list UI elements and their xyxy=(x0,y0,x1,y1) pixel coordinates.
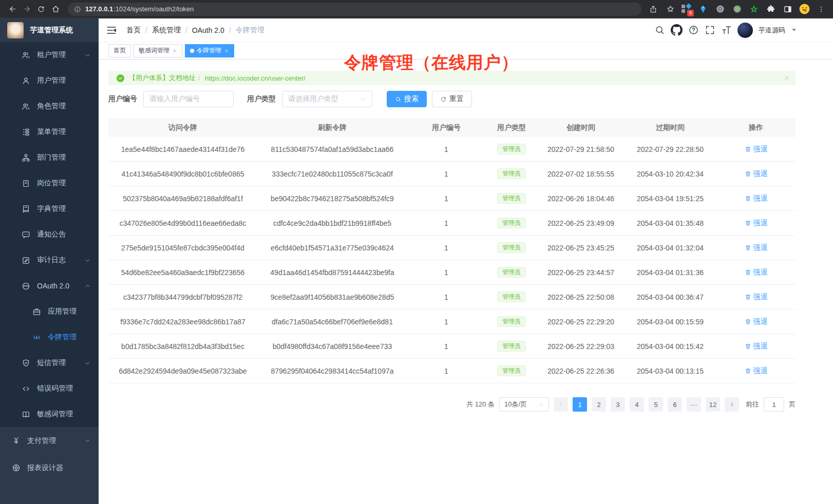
prev-page-button[interactable] xyxy=(554,397,568,412)
search-icon[interactable] xyxy=(654,25,665,35)
pagination-more-button[interactable]: ··· xyxy=(687,397,701,412)
home-icon[interactable] xyxy=(48,2,63,16)
sidebar-item-4[interactable]: 部门管理 xyxy=(0,145,99,170)
sidebar-item-1[interactable]: 用户管理 xyxy=(0,68,99,93)
chevron-down-icon[interactable] xyxy=(792,29,796,31)
bookmark-star-icon[interactable] xyxy=(664,2,677,16)
cell-user_id: 1 xyxy=(407,268,485,277)
tab-home[interactable]: 首页 xyxy=(108,44,131,57)
sidebar-item-7[interactable]: 通知公告 xyxy=(0,222,99,247)
page-unit: 页 xyxy=(789,400,796,409)
user-avatar[interactable] xyxy=(737,23,753,38)
share-icon[interactable] xyxy=(647,2,660,16)
sidebar-item-15[interactable]: 支付管理 xyxy=(0,427,99,454)
gem-extension-icon[interactable] xyxy=(696,2,710,16)
pagination-page-6[interactable]: 6 xyxy=(668,397,682,412)
sidebar-item-8[interactable]: 审计日志 xyxy=(0,247,99,273)
force-logout-button[interactable]: 强退 xyxy=(745,169,768,179)
side-panel-icon[interactable] xyxy=(781,2,794,16)
trash-icon xyxy=(745,244,751,251)
cell-refresh_token: cdfc4ce9c2da4bb1bdf21b9918ff4be5 xyxy=(257,219,407,227)
close-icon[interactable] xyxy=(172,48,177,53)
trash-icon xyxy=(745,195,751,202)
sidebar-item-11[interactable]: 令牌管理 xyxy=(0,324,99,350)
trash-icon xyxy=(745,343,751,350)
table-row: 1ea5e44f8bc1467aaede43144f31de76811c5304… xyxy=(108,137,796,162)
sidebar-item-5[interactable]: 岗位管理 xyxy=(0,170,99,196)
user-type-badge: 管理员 xyxy=(497,267,526,278)
alert-close-icon[interactable] xyxy=(784,75,790,81)
pagination-page-5[interactable]: 5 xyxy=(649,397,663,412)
goto-page-input[interactable]: 1 xyxy=(764,397,784,412)
extension-cluster-icon[interactable]: 9 xyxy=(680,3,693,15)
error-code-icon xyxy=(22,384,30,393)
force-logout-button[interactable]: 强退 xyxy=(745,219,768,228)
fullscreen-icon[interactable] xyxy=(705,25,715,35)
tab-token-management[interactable]: 令牌管理 xyxy=(185,44,234,57)
force-logout-button[interactable]: 强退 xyxy=(745,194,768,203)
sidebar-item-12[interactable]: 短信管理 xyxy=(0,350,99,376)
breadcrumb-system[interactable]: 系统管理 xyxy=(152,26,181,35)
sidebar-toggle-icon[interactable] xyxy=(106,25,117,36)
font-size-icon[interactable] xyxy=(721,25,732,35)
force-logout-button[interactable]: 强退 xyxy=(745,342,768,351)
search-button[interactable]: 搜索 xyxy=(387,91,427,107)
cell-action: 强退 xyxy=(716,366,796,376)
sidebar-item-6[interactable]: 字典管理 xyxy=(0,196,99,222)
pagination-page-2[interactable]: 2 xyxy=(592,397,606,412)
profile-avatar-emoji[interactable] xyxy=(798,3,811,15)
next-page-button[interactable] xyxy=(725,397,739,412)
kebab-menu-icon[interactable] xyxy=(815,2,828,16)
breadcrumb-separator: / xyxy=(229,26,231,34)
force-logout-button[interactable]: 强退 xyxy=(745,366,768,376)
search-icon xyxy=(395,96,402,103)
pagination-page-4[interactable]: 4 xyxy=(630,397,644,412)
reset-button[interactable]: 重置 xyxy=(432,91,472,107)
tab-sensitive-words[interactable]: 敏感词管理 xyxy=(134,44,182,57)
force-logout-button[interactable]: 强退 xyxy=(745,293,768,302)
force-logout-button[interactable]: 强退 xyxy=(745,145,768,154)
sidebar-item-10[interactable]: 应用管理 xyxy=(0,299,99,324)
breadcrumb-oauth[interactable]: OAuth 2.0 xyxy=(192,26,224,34)
chevron-up-icon xyxy=(84,283,91,289)
sidebar-item-13[interactable]: 错误码管理 xyxy=(0,376,99,401)
green-star-extension-icon[interactable] xyxy=(747,2,761,16)
user-type-select[interactable]: 请选择用户类型 xyxy=(282,91,372,107)
app-logo[interactable]: 芋道管理系统 xyxy=(0,18,99,42)
github-icon[interactable] xyxy=(671,24,683,36)
pagination-page-1[interactable]: 1 xyxy=(573,397,587,412)
sidebar-item-label: 令牌管理 xyxy=(48,333,77,342)
table-row: 275e5de9151045fe87cbdc395e004f4de6cfd40e… xyxy=(108,236,796,260)
puzzle-extensions-icon[interactable] xyxy=(764,2,778,16)
sidebar-item-16[interactable]: 报表设计器 xyxy=(0,454,99,481)
dictionary-book-icon xyxy=(22,205,30,214)
site-info-icon[interactable] xyxy=(74,6,81,13)
green-circle-extension-icon[interactable] xyxy=(730,2,744,16)
cell-created_at: 2022-06-25 22:26:36 xyxy=(538,367,624,375)
help-icon[interactable] xyxy=(688,25,699,35)
cell-action: 强退 xyxy=(716,219,796,228)
address-bar[interactable]: 127.0.0.1:1024/system/oauth2/token xyxy=(68,3,641,16)
pagination-page-3[interactable]: 3 xyxy=(611,397,625,412)
pagination-page-12[interactable]: 12 xyxy=(706,397,720,412)
sidebar-item-14[interactable]: 敏感词管理 xyxy=(0,401,99,427)
reload-icon[interactable] xyxy=(34,2,48,16)
sidebar-item-9[interactable]: OAuth 2.0 xyxy=(0,273,99,299)
breadcrumb-home[interactable]: 首页 xyxy=(126,26,141,35)
user-id-input[interactable]: 请输入用户编号 xyxy=(143,91,234,107)
force-logout-button[interactable]: 强退 xyxy=(745,243,768,253)
action-label: 强退 xyxy=(753,145,768,154)
force-logout-button[interactable]: 强退 xyxy=(745,317,768,326)
sidebar-item-label: 部门管理 xyxy=(37,153,66,162)
sidebar-item-0[interactable]: 租户管理 xyxy=(0,42,99,68)
sidebar-item-2[interactable]: 角色管理 xyxy=(0,93,99,119)
cmd-circle-extension-icon[interactable] xyxy=(713,2,727,16)
user-name[interactable]: 芋道源码 xyxy=(759,26,785,35)
back-icon[interactable] xyxy=(5,2,20,16)
forward-icon[interactable] xyxy=(20,2,34,16)
page-size-select[interactable]: 10条/页 xyxy=(499,397,549,412)
sidebar-item-3[interactable]: 菜单管理 xyxy=(0,119,99,145)
close-icon[interactable] xyxy=(224,48,229,53)
doc-link[interactable]: https://doc.iocoder.cn/user-center/ xyxy=(205,74,306,82)
force-logout-button[interactable]: 强退 xyxy=(745,268,768,277)
